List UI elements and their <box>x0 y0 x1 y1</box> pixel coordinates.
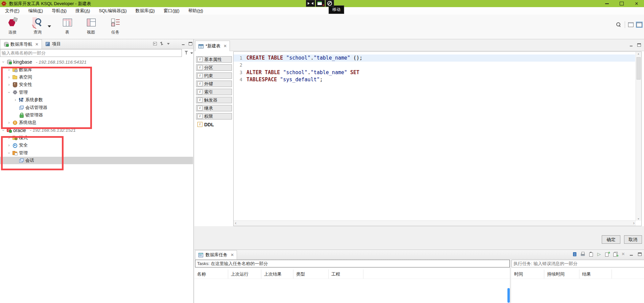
sql-editor[interactable]: 1CREATE TABLE "school"."table_name" ();2… <box>233 51 642 226</box>
menu-database[interactable]: 数据库(D) <box>131 8 159 14</box>
expander-icon[interactable]: › <box>14 98 17 102</box>
close-icon[interactable]: ✕ <box>223 44 227 48</box>
print-icon[interactable] <box>580 252 586 257</box>
code-line[interactable]: 3ALTER TABLE "school"."table_name" SET <box>234 69 635 76</box>
tree-item-session-manager[interactable]: 会话管理器 <box>0 104 193 111</box>
expander-icon[interactable]: › <box>7 136 11 140</box>
section-tab-basic[interactable]: 基本属性 <box>196 56 232 63</box>
tree-item-management[interactable]: ›管理 <box>0 89 193 96</box>
column-header-last-result[interactable]: 上次结果 <box>261 269 293 279</box>
tree-item-system-info[interactable]: ›系统信息 <box>0 119 193 126</box>
cancel-button[interactable]: 取消 <box>624 235 642 244</box>
minimize-view-icon[interactable] <box>181 41 186 46</box>
query-button[interactable]: 查询 <box>28 17 47 35</box>
tree-item-lock-manager[interactable]: 锁管理器 <box>0 111 193 119</box>
editor-horizontal-scrollbar[interactable] <box>234 220 636 226</box>
editor-vertical-scrollbar[interactable] <box>636 52 641 221</box>
column-header-result[interactable]: 结果 <box>579 269 612 279</box>
menu-sql-editor[interactable]: SQL编辑器(S) <box>94 8 131 14</box>
tab-database-tasks[interactable]: 数据库任务 ✕ <box>195 250 237 259</box>
section-tab-index[interactable]: 索引 <box>196 89 232 95</box>
task-button[interactable]: 任务 <box>105 17 125 35</box>
close-icon[interactable]: ✕ <box>35 42 39 47</box>
tab-database-navigator[interactable]: 数据库导航 ✕ <box>0 39 42 49</box>
expander-icon[interactable]: › <box>7 75 11 79</box>
expander-icon[interactable]: › <box>7 83 11 87</box>
menu-help[interactable]: 帮助(H) <box>184 8 208 14</box>
new-task-icon[interactable] <box>613 252 618 257</box>
tree-item-tablespaces[interactable]: ›表空间 <box>0 73 193 81</box>
tree-item-security[interactable]: ›安全性 <box>0 81 193 88</box>
exec-filter-input[interactable] <box>511 260 644 267</box>
minimize-icon[interactable] <box>629 252 635 257</box>
active-perspective-icon[interactable] <box>637 22 642 27</box>
section-tab-foreign-key[interactable]: 外键 <box>196 81 232 87</box>
column-header-time[interactable]: 时间 <box>511 269 544 279</box>
section-tab-inherit[interactable]: 继承 <box>196 105 232 111</box>
link-editor-icon[interactable] <box>160 41 164 46</box>
tree-item-sessions[interactable]: 会话 <box>0 157 193 164</box>
expander-icon[interactable]: › <box>7 143 11 147</box>
section-tab-trigger[interactable]: 触发器 <box>196 97 232 103</box>
filter-icon[interactable] <box>185 50 190 56</box>
maximize-view-icon[interactable] <box>188 41 193 46</box>
menu-edit[interactable]: 编辑(E) <box>24 8 47 14</box>
window-minimize-button[interactable] <box>599 0 614 7</box>
code-line[interactable]: 4TABLESPACE "sys_default"; <box>234 76 635 83</box>
tree-item-system-params[interactable]: ›系统参数 <box>0 96 193 104</box>
table-button[interactable]: 表 <box>57 17 77 35</box>
connect-button[interactable]: 连接 <box>3 17 22 35</box>
close-icon[interactable]: ✕ <box>231 253 234 257</box>
section-tab-ddl[interactable]: DDL <box>196 121 232 128</box>
tree-item-management-oracle[interactable]: ›管理 <box>0 149 193 157</box>
window-maximize-button[interactable] <box>614 0 629 7</box>
add-task-icon[interactable] <box>604 252 610 257</box>
tasks-filter-input[interactable] <box>195 260 510 267</box>
view-menu-icon[interactable] <box>166 41 171 46</box>
expander-icon[interactable]: › <box>1 60 5 64</box>
dropdown-arrow-icon[interactable] <box>48 25 51 27</box>
section-tab-constraint[interactable]: 约束 <box>196 72 232 79</box>
code-line[interactable]: 2 <box>234 62 635 69</box>
delete-icon[interactable] <box>621 252 626 257</box>
expander-icon[interactable]: › <box>7 151 11 155</box>
scheduler-icon[interactable] <box>588 252 594 257</box>
window-close-button[interactable] <box>629 0 644 7</box>
tree-item-databases[interactable]: ›数据库 <box>0 66 193 73</box>
perspective-icon[interactable] <box>628 22 634 27</box>
menu-navigate[interactable]: 导航(N) <box>47 8 71 14</box>
sql-code[interactable]: 1CREATE TABLE "school"."table_name" ();2… <box>234 55 635 83</box>
code-line[interactable]: 1CREATE TABLE "school"."table_name" (); <box>234 55 635 62</box>
tab-project[interactable]: 项目 <box>42 39 64 49</box>
section-tab-partition[interactable]: 分区 <box>196 64 232 71</box>
tree-item-oracle[interactable]: ›oracle- 192.168.56.132:1521 <box>0 127 193 134</box>
minimize-view-icon[interactable] <box>629 43 634 47</box>
search-icon[interactable] <box>616 22 622 28</box>
menu-search[interactable]: 搜索(A) <box>71 8 94 14</box>
show-tasks-icon[interactable] <box>572 252 578 257</box>
section-tab-privilege[interactable]: 权限 <box>196 113 232 120</box>
scrollbar-thumb[interactable] <box>637 57 641 80</box>
tree-item-schemas[interactable]: ›模式 <box>0 134 193 142</box>
expander-icon[interactable]: › <box>1 128 5 132</box>
expander-icon[interactable]: › <box>7 121 11 125</box>
collapse-all-icon[interactable] <box>153 41 157 46</box>
view-button[interactable]: 视图 <box>81 17 101 35</box>
tasks-scrollbar-thumb[interactable] <box>507 288 510 303</box>
filter-dropdown-icon[interactable] <box>190 52 193 54</box>
menu-file[interactable]: 文件(F) <box>1 8 24 14</box>
tab-new-table[interactable]: *新建表 ✕ <box>195 41 230 51</box>
run-icon[interactable] <box>596 252 602 257</box>
maximize-view-icon[interactable] <box>637 43 641 47</box>
column-header-duration[interactable]: 持续时间 <box>544 269 579 279</box>
column-header-name[interactable]: 名称 <box>194 269 228 279</box>
column-header-type[interactable]: 类型 <box>293 269 329 279</box>
ok-button[interactable]: 确定 <box>602 235 620 244</box>
tree-item-kingbase[interactable]: ›kingbase- 192.168.150.116:54321 <box>0 58 193 66</box>
menu-window[interactable]: 窗口(W) <box>159 8 184 14</box>
tasks-panel-divider[interactable] <box>510 260 511 303</box>
tree-item-security-oracle[interactable]: ›安全 <box>0 142 193 149</box>
table-filter-input[interactable] <box>0 49 182 57</box>
column-header-last-run[interactable]: 上次运行 <box>228 269 261 279</box>
expander-icon[interactable]: › <box>7 90 11 94</box>
